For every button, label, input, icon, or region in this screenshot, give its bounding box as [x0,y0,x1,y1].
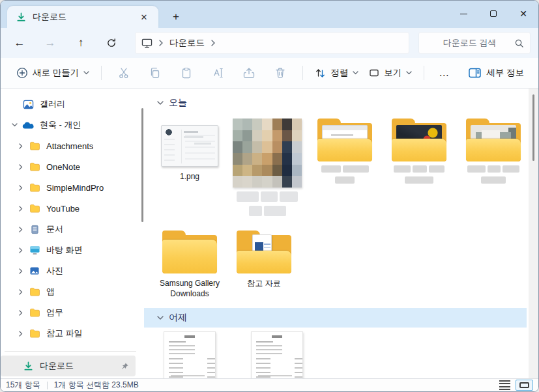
maximize-button[interactable] [478,1,508,27]
cut-button[interactable] [111,61,136,85]
sidebar-item-onenote[interactable]: OneNote [1,156,135,177]
copy-icon [149,67,161,79]
chevron-right-icon[interactable] [14,164,28,170]
folder-item-reference[interactable]: 참고 자료 [231,231,297,288]
status-bar: 15개 항목 1개 항목 선택함 23.5MB [1,378,538,391]
refresh-button[interactable] [100,32,123,54]
large-icons-view-icon [519,382,529,388]
rename-button[interactable] [205,61,230,85]
share-button[interactable] [237,61,261,85]
chevron-right-icon[interactable] [14,310,28,316]
sidebar-item-documents[interactable]: 문서 [1,219,135,240]
new-tab-button[interactable]: + [166,8,186,26]
close-button[interactable]: ✕ [508,1,538,27]
sidebar-item-gallery[interactable]: 갤러리 [1,94,135,115]
folder-item-blurred-3[interactable] [461,119,526,184]
chevron-right-icon[interactable] [14,143,28,149]
chevron-right-icon[interactable] [14,185,28,191]
folder-item-blurred-1[interactable] [312,119,377,184]
sidebar-item-attachments[interactable]: Attachments [1,135,135,156]
folder-icon [317,119,372,161]
minimize-icon [460,14,467,14]
details-view-button[interactable] [499,380,510,391]
new-button[interactable]: 새로 만들기 [11,63,95,83]
group-header-today[interactable]: 오늘 [157,95,529,111]
chevron-right-icon[interactable] [14,227,28,232]
breadcrumb[interactable]: 다운로드 [135,32,409,54]
tab-close-icon[interactable]: ✕ [136,9,152,25]
folder-icon [28,287,41,296]
tab-title: 다운로드 [33,11,130,23]
chevron-right-icon[interactable] [14,206,28,212]
sidebar-item-onedrive[interactable]: 현욱 - 개인 [1,115,135,135]
documents-icon [28,225,41,234]
chevron-down-icon [406,71,412,75]
view-button[interactable]: 보기 [364,63,417,83]
sidebar-item-work[interactable]: 업무 [1,302,135,323]
command-toolbar: 새로 만들기 정렬 보기 [1,58,538,89]
file-explorer-window: 다운로드 ✕ + ✕ ← → ↑ 다운로드 다운로드 검색 [0,0,539,392]
folder-item-blurred-2[interactable] [386,119,452,184]
tab-downloads[interactable]: 다운로드 ✕ [7,6,158,28]
delete-button[interactable] [268,61,293,85]
folder-item-samsung-gallery[interactable]: Samsung Gallery Downloads [157,231,222,299]
forward-button[interactable]: → [39,32,61,54]
sidebar-item-downloads[interactable]: 다운로드 [1,356,136,376]
folder-icon [28,141,41,150]
chevron-down-icon[interactable] [157,101,164,105]
document-thumbnail [164,331,216,378]
chevron-right-icon[interactable] [14,289,28,295]
chevron-right-icon [158,40,164,46]
file-item-receipt-1[interactable] [157,331,222,378]
rename-icon [212,67,224,79]
file-item-receipt-2[interactable] [244,331,310,378]
file-item-1png[interactable]: 1.png [157,119,222,182]
sidebar-item-simplemindpro[interactable]: SimpleMindPro [1,177,135,198]
sidebar-scrollbar[interactable] [141,108,143,222]
sidebar-item-reference-files[interactable]: 참고 파일 [1,323,135,344]
scrollbar-thumb[interactable] [532,94,534,161]
chevron-right-icon[interactable] [14,268,28,274]
plus-circle-icon [16,67,28,79]
details-pane-button[interactable]: 세부 정보 [465,63,528,83]
item-count: 15개 항목 [6,380,40,391]
sidebar-item-youtube[interactable]: YouTube [1,198,135,219]
sort-label: 정렬 [330,67,348,79]
desktop-icon [28,245,41,255]
blurred-folder-name [481,176,506,184]
sidebar-item-pictures[interactable]: 사진 [1,260,135,281]
address-bar: ← → ↑ 다운로드 다운로드 검색 [1,28,538,58]
paste-button[interactable] [174,61,199,85]
minimize-button[interactable] [448,1,478,27]
chevron-right-icon[interactable] [211,40,216,46]
file-name: 1.png [180,171,199,182]
blurred-folder-name [335,176,355,184]
back-button[interactable]: ← [8,32,31,54]
large-icons-view-button[interactable] [516,380,533,391]
sort-icon [315,68,326,79]
see-more-button[interactable]: … [431,67,458,79]
search-input[interactable]: 다운로드 검색 [418,32,531,54]
group-header-yesterday[interactable]: 어제 [144,308,527,328]
sidebar-item-desktop[interactable]: 바탕 화면 [1,240,135,260]
toolbar-separator [302,66,303,80]
chevron-right-icon[interactable] [14,331,28,337]
chevron-down-icon[interactable] [157,316,164,320]
sidebar-item-apps[interactable]: 앱 [1,281,135,302]
content-scrollbar[interactable] [529,89,538,378]
cut-icon [118,67,130,79]
sort-button[interactable]: 정렬 [310,63,364,83]
status-separator [47,382,48,389]
new-label: 새로 만들기 [33,67,79,79]
chevron-down-icon[interactable] [7,123,22,127]
file-item-blurred-image[interactable] [231,119,303,216]
copy-button[interactable] [143,61,168,85]
trash-icon [274,67,286,79]
chevron-right-icon[interactable] [14,247,28,253]
breadcrumb-item-downloads[interactable]: 다운로드 [169,37,205,49]
this-pc-icon [141,38,153,48]
up-button[interactable]: ↑ [70,32,92,54]
gallery-icon [22,99,35,110]
toolbar-separator [424,66,424,80]
blurred-image-thumbnail [233,119,302,188]
